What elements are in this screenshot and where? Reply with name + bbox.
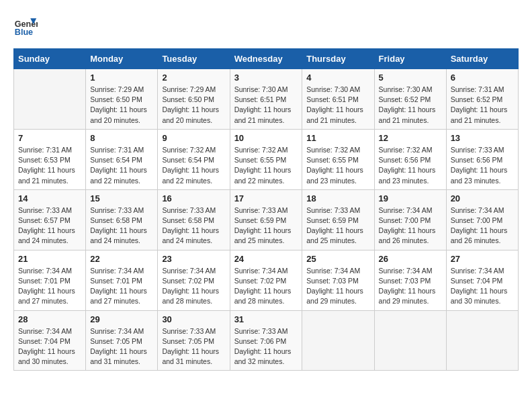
day-info: Sunrise: 7:30 AM Sunset: 6:51 PM Dayligh… [234,85,298,126]
day-info: Sunrise: 7:33 AM Sunset: 7:05 PM Dayligh… [162,326,225,367]
day-info: Sunrise: 7:33 AM Sunset: 6:58 PM Dayligh… [90,205,153,246]
day-info: Sunrise: 7:34 AM Sunset: 7:01 PM Dayligh… [18,266,81,307]
weekday-header-cell: Thursday [302,49,374,69]
day-number: 28 [18,314,81,324]
calendar-day-cell: 25Sunrise: 7:34 AM Sunset: 7:03 PM Dayli… [302,250,374,310]
calendar-week-row: 21Sunrise: 7:34 AM Sunset: 7:01 PM Dayli… [14,250,519,310]
calendar-day-cell: 22Sunrise: 7:34 AM Sunset: 7:01 PM Dayli… [86,250,158,310]
day-info: Sunrise: 7:34 AM Sunset: 7:03 PM Dayligh… [379,266,442,307]
weekday-header-cell: Tuesday [158,49,230,69]
day-number: 18 [306,193,369,203]
calendar-day-cell: 26Sunrise: 7:34 AM Sunset: 7:03 PM Dayli… [374,250,446,310]
day-number: 30 [162,314,225,324]
calendar-day-cell [302,310,374,371]
day-number: 10 [234,133,298,143]
logo-icon: General Blue [13,13,38,38]
day-info: Sunrise: 7:33 AM Sunset: 6:57 PM Dayligh… [18,205,81,246]
day-number: 11 [306,133,369,143]
calendar-day-cell: 30Sunrise: 7:33 AM Sunset: 7:05 PM Dayli… [158,310,230,371]
day-number: 19 [379,193,442,203]
day-number: 9 [162,133,225,143]
day-number: 25 [306,254,369,264]
day-number: 3 [234,73,298,83]
day-number: 13 [451,133,514,143]
calendar-day-cell: 15Sunrise: 7:33 AM Sunset: 6:58 PM Dayli… [86,189,158,250]
calendar-day-cell: 3Sunrise: 7:30 AM Sunset: 6:51 PM Daylig… [230,69,302,130]
calendar-week-row: 1Sunrise: 7:29 AM Sunset: 6:50 PM Daylig… [14,69,519,130]
day-number: 16 [162,193,225,203]
day-info: Sunrise: 7:34 AM Sunset: 7:05 PM Dayligh… [90,326,153,367]
day-info: Sunrise: 7:33 AM Sunset: 6:59 PM Dayligh… [234,205,298,246]
day-number: 27 [451,254,514,264]
weekday-header-cell: Sunday [14,49,86,69]
day-info: Sunrise: 7:29 AM Sunset: 6:50 PM Dayligh… [162,85,225,126]
page-header: General Blue [13,13,519,38]
calendar-day-cell [374,310,446,371]
calendar-day-cell: 12Sunrise: 7:32 AM Sunset: 6:56 PM Dayli… [374,129,446,189]
calendar-day-cell: 1Sunrise: 7:29 AM Sunset: 6:50 PM Daylig… [86,69,158,130]
day-info: Sunrise: 7:34 AM Sunset: 7:03 PM Dayligh… [306,266,369,307]
day-info: Sunrise: 7:31 AM Sunset: 6:52 PM Dayligh… [451,85,514,126]
day-number: 4 [306,73,369,83]
weekday-header-cell: Friday [374,49,446,69]
calendar-week-row: 7Sunrise: 7:31 AM Sunset: 6:53 PM Daylig… [14,129,519,189]
day-number: 26 [379,254,442,264]
calendar-day-cell: 7Sunrise: 7:31 AM Sunset: 6:53 PM Daylig… [14,129,86,189]
calendar-body: 1Sunrise: 7:29 AM Sunset: 6:50 PM Daylig… [14,69,519,371]
calendar-day-cell: 8Sunrise: 7:31 AM Sunset: 6:54 PM Daylig… [86,129,158,189]
weekday-header-cell: Saturday [446,49,518,69]
svg-text:Blue: Blue [15,28,33,37]
day-info: Sunrise: 7:33 AM Sunset: 7:06 PM Dayligh… [234,326,298,367]
weekday-header-cell: Wednesday [230,49,302,69]
day-info: Sunrise: 7:34 AM Sunset: 7:00 PM Dayligh… [451,205,514,246]
calendar-week-row: 28Sunrise: 7:34 AM Sunset: 7:04 PM Dayli… [14,310,519,371]
day-info: Sunrise: 7:34 AM Sunset: 7:00 PM Dayligh… [379,205,442,246]
day-info: Sunrise: 7:30 AM Sunset: 6:52 PM Dayligh… [379,85,442,126]
day-number: 31 [234,314,298,324]
day-info: Sunrise: 7:34 AM Sunset: 7:01 PM Dayligh… [90,266,153,307]
day-number: 22 [90,254,153,264]
calendar-day-cell: 23Sunrise: 7:34 AM Sunset: 7:02 PM Dayli… [158,250,230,310]
calendar-day-cell: 13Sunrise: 7:33 AM Sunset: 6:56 PM Dayli… [446,129,518,189]
calendar-day-cell: 4Sunrise: 7:30 AM Sunset: 6:51 PM Daylig… [302,69,374,130]
calendar-day-cell: 9Sunrise: 7:32 AM Sunset: 6:54 PM Daylig… [158,129,230,189]
day-number: 15 [90,193,153,203]
day-info: Sunrise: 7:32 AM Sunset: 6:55 PM Dayligh… [234,145,298,186]
day-info: Sunrise: 7:29 AM Sunset: 6:50 PM Dayligh… [90,85,153,126]
weekday-header-cell: Monday [86,49,158,69]
day-number: 20 [451,193,514,203]
day-info: Sunrise: 7:31 AM Sunset: 6:54 PM Dayligh… [90,145,153,186]
calendar-day-cell [14,69,86,130]
day-info: Sunrise: 7:34 AM Sunset: 7:04 PM Dayligh… [18,326,81,367]
day-number: 24 [234,254,298,264]
calendar-day-cell: 11Sunrise: 7:32 AM Sunset: 6:55 PM Dayli… [302,129,374,189]
day-number: 14 [18,193,81,203]
day-number: 7 [18,133,81,143]
day-info: Sunrise: 7:34 AM Sunset: 7:02 PM Dayligh… [162,266,225,307]
calendar-day-cell: 10Sunrise: 7:32 AM Sunset: 6:55 PM Dayli… [230,129,302,189]
calendar-day-cell: 18Sunrise: 7:33 AM Sunset: 6:59 PM Dayli… [302,189,374,250]
calendar-day-cell: 28Sunrise: 7:34 AM Sunset: 7:04 PM Dayli… [14,310,86,371]
day-number: 29 [90,314,153,324]
calendar-week-row: 14Sunrise: 7:33 AM Sunset: 6:57 PM Dayli… [14,189,519,250]
day-info: Sunrise: 7:33 AM Sunset: 6:59 PM Dayligh… [306,205,369,246]
day-number: 23 [162,254,225,264]
calendar-day-cell: 14Sunrise: 7:33 AM Sunset: 6:57 PM Dayli… [14,189,86,250]
calendar-day-cell: 31Sunrise: 7:33 AM Sunset: 7:06 PM Dayli… [230,310,302,371]
calendar-day-cell: 2Sunrise: 7:29 AM Sunset: 6:50 PM Daylig… [158,69,230,130]
day-info: Sunrise: 7:34 AM Sunset: 7:04 PM Dayligh… [451,266,514,307]
day-number: 1 [90,73,153,83]
calendar-day-cell: 27Sunrise: 7:34 AM Sunset: 7:04 PM Dayli… [446,250,518,310]
day-info: Sunrise: 7:33 AM Sunset: 6:56 PM Dayligh… [451,145,514,186]
calendar-day-cell: 5Sunrise: 7:30 AM Sunset: 6:52 PM Daylig… [374,69,446,130]
calendar-day-cell: 21Sunrise: 7:34 AM Sunset: 7:01 PM Dayli… [14,250,86,310]
weekday-header-row: SundayMondayTuesdayWednesdayThursdayFrid… [14,49,519,69]
day-number: 12 [379,133,442,143]
calendar-day-cell: 6Sunrise: 7:31 AM Sunset: 6:52 PM Daylig… [446,69,518,130]
day-info: Sunrise: 7:34 AM Sunset: 7:02 PM Dayligh… [234,266,298,307]
day-info: Sunrise: 7:32 AM Sunset: 6:56 PM Dayligh… [379,145,442,186]
day-number: 6 [451,73,514,83]
day-number: 8 [90,133,153,143]
day-number: 5 [379,73,442,83]
calendar-day-cell: 24Sunrise: 7:34 AM Sunset: 7:02 PM Dayli… [230,250,302,310]
